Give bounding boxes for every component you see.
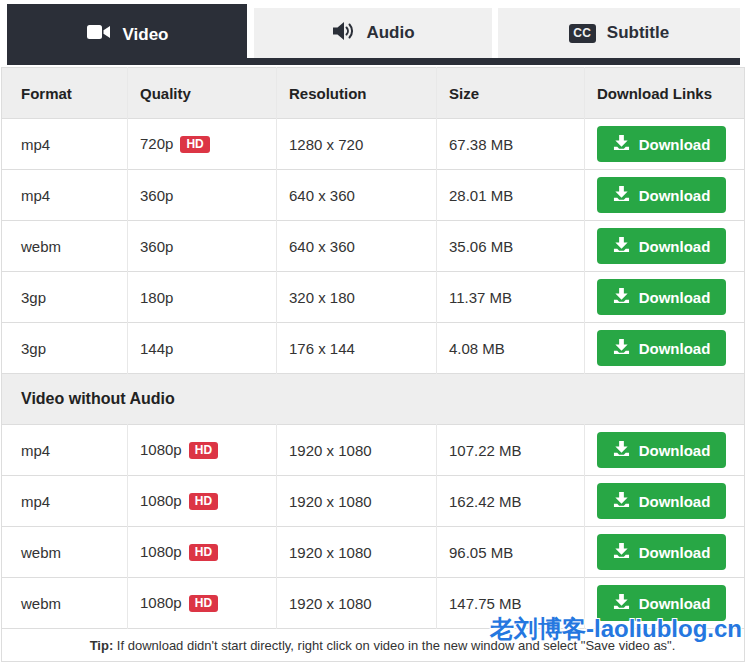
resolution-cell: 1280 x 720 <box>277 119 437 170</box>
download-table: Format Quality Resolution Size Download … <box>1 67 745 662</box>
download-cell: Download <box>585 119 745 170</box>
size-cell: 35.06 MB <box>437 221 585 272</box>
resolution-cell: 1920 x 1080 <box>277 425 437 476</box>
quality-value: 180p <box>140 289 173 306</box>
column-header-format: Format <box>2 68 128 119</box>
video-camera-icon <box>86 23 112 46</box>
tab-video-label: Video <box>123 25 169 45</box>
quality-cell: 180p <box>128 272 277 323</box>
size-cell: 11.37 MB <box>437 272 585 323</box>
watermark: 老刘博客-laoliublog.cn <box>490 613 742 645</box>
column-header-quality: Quality <box>128 68 277 119</box>
download-button[interactable]: Download <box>597 228 726 264</box>
video-downloader-widget: Video Audio CC Subtitle Format Quality <box>0 0 746 667</box>
size-cell: 162.42 MB <box>437 476 585 527</box>
tab-subtitle[interactable]: CC Subtitle <box>498 8 740 58</box>
format-cell: mp4 <box>2 170 128 221</box>
column-header-resolution: Resolution <box>277 68 437 119</box>
download-cell: Download <box>585 527 745 578</box>
download-button[interactable]: Download <box>597 330 726 366</box>
hd-badge: HD <box>189 544 218 561</box>
download-cell: Download <box>585 425 745 476</box>
table-row: mp4 1080pHD 1920 x 1080 162.42 MB Downlo… <box>2 476 745 527</box>
download-button-label: Download <box>639 595 711 612</box>
quality-cell: 1080pHD <box>128 527 277 578</box>
download-cell: Download <box>585 323 745 374</box>
format-cell: mp4 <box>2 425 128 476</box>
quality-cell: 1080pHD <box>128 425 277 476</box>
quality-cell: 1080pHD <box>128 476 277 527</box>
size-cell: 28.01 MB <box>437 170 585 221</box>
resolution-cell: 320 x 180 <box>277 272 437 323</box>
tab-audio[interactable]: Audio <box>254 8 492 58</box>
download-button[interactable]: Download <box>597 432 726 468</box>
quality-value: 1080p <box>140 441 182 458</box>
download-icon <box>613 236 630 256</box>
size-cell: 4.08 MB <box>437 323 585 374</box>
table-row: mp4 720pHD 1280 x 720 67.38 MB Download <box>2 119 745 170</box>
hd-badge: HD <box>189 595 218 612</box>
format-cell: mp4 <box>2 476 128 527</box>
resolution-cell: 640 x 360 <box>277 221 437 272</box>
table-row: webm 1080pHD 1920 x 1080 96.05 MB Downlo… <box>2 527 745 578</box>
column-header-download-links: Download Links <box>585 68 745 119</box>
download-icon <box>613 491 630 511</box>
table-row: webm 360p 640 x 360 35.06 MB Download <box>2 221 745 272</box>
hd-badge: HD <box>189 442 218 459</box>
table-row: mp4 360p 640 x 360 28.01 MB Download <box>2 170 745 221</box>
table-body: mp4 720pHD 1280 x 720 67.38 MB Download … <box>2 119 745 629</box>
download-button[interactable]: Download <box>597 534 726 570</box>
download-button-label: Download <box>639 340 711 357</box>
size-cell: 67.38 MB <box>437 119 585 170</box>
section-header-row: Video without Audio <box>2 374 745 425</box>
format-cell: mp4 <box>2 119 128 170</box>
quality-value: 360p <box>140 187 173 204</box>
format-cell: webm <box>2 578 128 629</box>
quality-cell: 144p <box>128 323 277 374</box>
quality-value: 1080p <box>140 594 182 611</box>
column-header-size: Size <box>437 68 585 119</box>
table-header: Format Quality Resolution Size Download … <box>2 68 745 119</box>
download-cell: Download <box>585 272 745 323</box>
quality-value: 720p <box>140 135 173 152</box>
format-cell: webm <box>2 527 128 578</box>
download-button-label: Download <box>639 289 711 306</box>
quality-cell: 720pHD <box>128 119 277 170</box>
download-button[interactable]: Download <box>597 483 726 519</box>
table-row: mp4 1080pHD 1920 x 1080 107.22 MB Downlo… <box>2 425 745 476</box>
size-cell: 96.05 MB <box>437 527 585 578</box>
format-cell: 3gp <box>2 323 128 374</box>
download-button-label: Download <box>639 136 711 153</box>
download-button-label: Download <box>639 238 711 255</box>
tip-label: Tip: <box>90 638 114 653</box>
download-button[interactable]: Download <box>597 177 726 213</box>
download-cell: Download <box>585 476 745 527</box>
download-icon <box>613 593 630 613</box>
quality-cell: 1080pHD <box>128 578 277 629</box>
table-row: 3gp 180p 320 x 180 11.37 MB Download <box>2 272 745 323</box>
download-icon <box>613 134 630 154</box>
resolution-cell: 1920 x 1080 <box>277 476 437 527</box>
download-icon <box>613 185 630 205</box>
tab-subtitle-label: Subtitle <box>607 23 669 43</box>
download-button-label: Download <box>639 187 711 204</box>
download-cell: Download <box>585 221 745 272</box>
section-title: Video without Audio <box>2 374 745 425</box>
quality-cell: 360p <box>128 221 277 272</box>
cc-icon: CC <box>569 24 596 43</box>
download-button[interactable]: Download <box>597 279 726 315</box>
resolution-cell: 1920 x 1080 <box>277 527 437 578</box>
quality-value: 360p <box>140 238 173 255</box>
format-cell: webm <box>2 221 128 272</box>
download-icon <box>613 338 630 358</box>
quality-value: 1080p <box>140 543 182 560</box>
tab-bar: Video Audio CC Subtitle <box>0 0 746 65</box>
quality-value: 144p <box>140 340 173 357</box>
download-cell: Download <box>585 170 745 221</box>
download-button[interactable]: Download <box>597 126 726 162</box>
tab-video[interactable]: Video <box>7 4 247 65</box>
hd-badge: HD <box>180 136 209 153</box>
table-row: 3gp 144p 176 x 144 4.08 MB Download <box>2 323 745 374</box>
download-button-label: Download <box>639 544 711 561</box>
speaker-icon <box>331 20 355 47</box>
